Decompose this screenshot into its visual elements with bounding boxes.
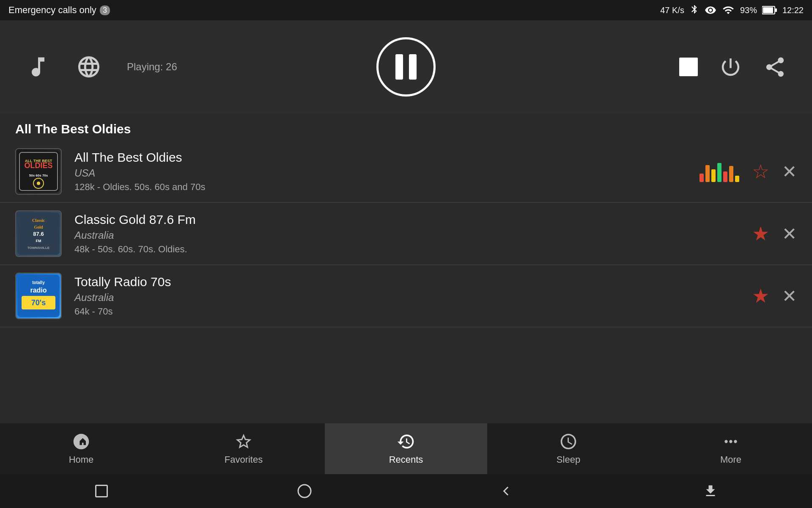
nav-recents-label: Recents [389,454,423,465]
speed-indicator: 47 K/s [660,6,684,15]
status-right: 47 K/s 93% 12:22 [660,4,804,16]
wifi-icon [721,4,735,16]
station-item[interactable]: ALL THE BEST OLDIES 50s 60s 70s All The … [0,141,812,203]
classic-logo-svg: Classic Gold 87.6 FM TOWNSVILLE [17,213,60,255]
player-right [679,55,787,79]
station-list: ALL THE BEST OLDIES 50s 60s 70s All The … [0,141,812,327]
android-download-button[interactable] [703,483,718,499]
recents-nav-icon [397,432,415,451]
equalizer [700,161,739,182]
remove-button[interactable]: ✕ [782,161,797,182]
battery-percent: 93% [740,6,757,15]
nav-favorites[interactable]: Favorites [162,423,325,474]
pause-icon [395,54,417,80]
svg-text:OLDIES: OLDIES [24,161,52,170]
more-nav-icon [721,432,740,451]
nav-home-label: Home [69,454,94,465]
nav-sleep-label: Sleep [557,454,580,465]
music-icon[interactable] [25,54,51,80]
power-icon[interactable] [719,55,742,79]
globe-icon[interactable] [76,54,102,80]
svg-text:totally: totally [32,280,45,285]
nav-favorites-label: Favorites [225,454,263,465]
station-name: Classic Gold 87.6 Fm [74,213,739,227]
favorite-star[interactable]: ☆ [752,160,769,183]
station-logo: ALL THE BEST OLDIES 50s 60s 70s [15,148,62,195]
station-actions: ★ ✕ [752,222,797,245]
sleep-nav-icon [559,432,578,451]
nav-sleep[interactable]: Sleep [487,423,650,474]
svg-text:50s 60s 70s: 50s 60s 70s [29,174,48,177]
station-desc: 64k - 70s [74,306,739,317]
svg-rect-3 [17,150,60,193]
stop-button[interactable] [679,58,698,76]
remove-button[interactable]: ✕ [782,224,797,244]
station-country: Australia [74,292,739,304]
svg-point-22 [298,485,311,497]
nav-home[interactable]: Home [0,423,162,474]
svg-rect-1 [763,7,773,13]
status-badge: 3 [100,6,110,15]
svg-text:TOWNSVILLE: TOWNSVILLE [27,246,50,250]
page-title: All The Best Oldies [0,113,812,141]
svg-rect-21 [96,486,107,497]
status-left: Emergency calls only 3 [8,5,110,16]
svg-text:radio: radio [30,287,47,294]
home-nav-icon [72,432,91,451]
station-country: Australia [74,229,739,241]
player-bar: Playing: 26 [0,20,812,113]
svg-text:70's: 70's [31,298,46,307]
nav-recents[interactable]: Recents [325,423,487,474]
station-name: All The Best Oldies [74,150,687,165]
nav-more-label: More [720,454,741,465]
favorites-nav-icon [234,432,253,451]
android-back-button[interactable] [500,483,515,499]
oldies-logo-svg: ALL THE BEST OLDIES 50s 60s 70s [17,150,60,193]
svg-point-9 [37,182,40,185]
bottom-nav: Home Favorites Recents Sleep More [0,423,812,474]
battery-icon [762,6,777,15]
station-info: Totally Radio 70s Australia 64k - 70s [74,275,739,317]
station-desc: 128k - Oldies. 50s. 60s and 70s [74,182,687,193]
bluetooth-icon [689,4,700,16]
svg-text:FM: FM [36,239,41,243]
station-item[interactable]: totally radio 70's Totally Radio 70s Aus… [0,265,812,327]
station-info: Classic Gold 87.6 Fm Australia 48k - 50s… [74,213,739,255]
status-bar: Emergency calls only 3 47 K/s 93% 12:22 [0,0,812,20]
emergency-text: Emergency calls only [8,5,96,16]
android-home-button[interactable] [297,483,312,499]
favorite-star[interactable]: ★ [752,284,769,307]
svg-text:87.6: 87.6 [33,231,44,237]
eye-icon [705,4,716,16]
totally-logo-svg: totally radio 70's [17,275,60,317]
station-name: Totally Radio 70s [74,275,739,289]
pause-button[interactable] [376,37,436,97]
favorite-star[interactable]: ★ [752,222,769,245]
clock: 12:22 [782,6,804,15]
android-nav [0,474,812,508]
station-actions: ☆ ✕ [700,160,797,183]
station-actions: ★ ✕ [752,284,797,307]
playing-label: Playing: 26 [127,61,177,73]
svg-text:Classic: Classic [32,218,45,223]
station-country: USA [74,167,687,179]
station-logo: Classic Gold 87.6 FM TOWNSVILLE [15,210,62,257]
station-item[interactable]: Classic Gold 87.6 FM TOWNSVILLE Classic … [0,203,812,265]
svg-text:Gold: Gold [34,225,43,229]
android-recents-button[interactable] [94,483,109,499]
player-left: Playing: 26 [25,54,177,80]
station-info: All The Best Oldies USA 128k - Oldies. 5… [74,150,687,193]
station-logo: totally radio 70's [15,273,62,319]
share-icon[interactable] [763,55,787,79]
svg-rect-2 [775,8,777,12]
remove-button[interactable]: ✕ [782,286,797,306]
station-desc: 48k - 50s. 60s. 70s. Oldies. [74,244,739,255]
nav-more[interactable]: More [650,423,812,474]
